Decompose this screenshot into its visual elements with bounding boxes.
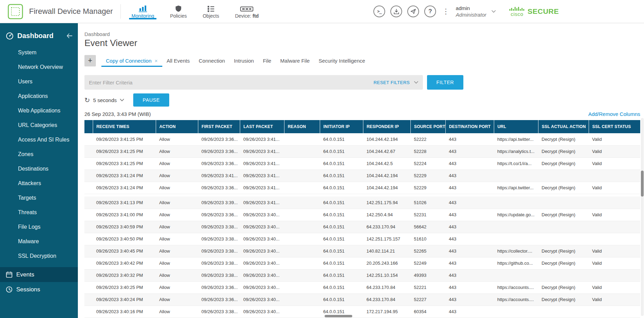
cell: 09/26/2023 3:40:25 PM	[93, 281, 156, 293]
cell: 64.0.0.151	[320, 170, 363, 182]
expand-cell	[84, 197, 93, 209]
col-receive-times: RECEIVE TIMES	[93, 120, 156, 133]
table-row[interactable]: 09/26/2023 3:40:50 PMAllow09/26/2023 3:3…	[84, 233, 640, 245]
cell: 64.0.0.151	[320, 182, 363, 194]
sidebar-item-system[interactable]: System	[0, 45, 78, 60]
help-icon[interactable]: ?	[424, 6, 436, 17]
header-right: >_ ? ⋮ admin Administrator cisco SE	[373, 5, 559, 18]
tab-copy-of-connection[interactable]: Copy of Connection×	[101, 54, 162, 67]
refresh-interval-select[interactable]: 5 seconds	[93, 97, 117, 103]
cell: 09/26/2023 3:40:32 PM	[93, 269, 156, 281]
interval-chevron-down-icon[interactable]	[120, 99, 124, 101]
row-group-gap	[84, 194, 640, 197]
sidebar-item-network-overview[interactable]: Network Overview	[0, 60, 78, 74]
cell	[494, 221, 538, 233]
cell	[284, 170, 320, 182]
table-row[interactable]: 09/26/2023 3:41:24 PMAllow09/26/2023 3:3…	[84, 182, 640, 194]
sidebar-item-attackers[interactable]: Attackers	[0, 176, 78, 191]
tab-malware-file[interactable]: Malware File	[276, 54, 314, 67]
tab-all-events[interactable]: All Events	[162, 54, 194, 67]
table-row[interactable]: 09/26/2023 3:41:24 PMAllow09/26/2023 3:4…	[84, 170, 640, 182]
cell	[589, 269, 640, 281]
pause-button[interactable]: PAUSE	[133, 93, 169, 107]
sidebar-item-label: Sessions	[16, 286, 40, 293]
sidebar-collapse-icon[interactable]	[66, 33, 72, 38]
nav-device-ftd[interactable]: Device: ftd	[227, 0, 266, 23]
sidebar-item-malware[interactable]: Malware	[0, 234, 78, 249]
tab-file[interactable]: File	[258, 54, 276, 67]
sidebar-item-zones[interactable]: Zones	[0, 147, 78, 162]
cell: 60354	[410, 306, 445, 318]
table-row[interactable]: 09/26/2023 3:41:13 PMAllow09/26/2023 3:3…	[84, 197, 640, 209]
nav-policies[interactable]: Policies	[162, 0, 194, 23]
cell: 09/26/2023 3:41:13 PM	[93, 197, 156, 209]
cell: 64.0.0.151	[320, 157, 363, 170]
user-chevron-down-icon[interactable]	[491, 10, 496, 13]
table-row[interactable]: 09/26/2023 3:40:24 PMAllow09/26/2023 3:3…	[84, 293, 640, 306]
table-row[interactable]: 09/26/2023 3:40:16 PMAllow09/26/2023 3:3…	[84, 306, 640, 318]
add-tab-button[interactable]: +	[84, 55, 96, 66]
tab-label: Security Intelligence	[319, 58, 365, 64]
table-row[interactable]: 09/26/2023 3:40:45 PMAllow09/26/2023 3:3…	[84, 245, 640, 257]
horizontal-scrollbar-thumb[interactable]	[325, 315, 352, 317]
add-remove-columns-link[interactable]: Add/Remove Columns	[588, 111, 640, 117]
table-row[interactable]: 09/26/2023 3:41:00 PMAllow09/26/2023 3:3…	[84, 209, 640, 221]
sidebar-item-events[interactable]: Events	[0, 267, 78, 282]
sidebar-item-url-categories[interactable]: URL Categories	[0, 118, 78, 133]
cell: https://analytics.t...	[494, 145, 538, 157]
sidebar-item-threats[interactable]: Threats	[0, 205, 78, 220]
filter-button[interactable]: FILTER	[427, 75, 463, 90]
nav-monitoring[interactable]: Monitoring	[124, 0, 162, 23]
close-tab-icon[interactable]: ×	[155, 58, 158, 64]
deployment-icon[interactable]	[390, 6, 402, 17]
table-row[interactable]: 09/26/2023 3:41:25 PMAllow09/26/2023 3:3…	[84, 133, 640, 145]
tab-security-intelligence[interactable]: Security Intelligence	[314, 54, 370, 67]
cell: 443	[445, 245, 494, 257]
sidebar-item-access-and-si-rules[interactable]: Access And SI Rules	[0, 133, 78, 147]
vertical-scrollbar-thumb[interactable]	[641, 171, 644, 197]
cell: 20.205.243.166	[363, 257, 410, 269]
sidebar-item-destinations[interactable]: Destinations	[0, 162, 78, 176]
vertical-scrollbar[interactable]	[641, 118, 644, 316]
table-row[interactable]: 09/26/2023 3:40:59 PMAllow09/26/2023 3:3…	[84, 221, 640, 233]
cell: Allow	[156, 157, 198, 170]
cell: 52224	[410, 157, 445, 170]
cell: 142.250.4.94	[363, 209, 410, 221]
filter-input[interactable]	[89, 80, 370, 85]
filter-presets-chevron-down-icon[interactable]	[414, 81, 418, 84]
cell: 443	[445, 257, 494, 269]
cell: 104.244.42.194	[363, 182, 410, 194]
table-row[interactable]: 09/26/2023 3:40:32 PMAllow09/26/2023 3:3…	[84, 269, 640, 281]
cell: 09/26/2023 3:40...	[240, 257, 284, 269]
cell: 443	[445, 269, 494, 281]
tab-intrusion[interactable]: Intrusion	[229, 54, 258, 67]
sidebar-item-file-logs[interactable]: File Logs	[0, 220, 78, 234]
sidebar-item-ssl-decryption[interactable]: SSL Decryption	[0, 249, 78, 263]
tasks-icon[interactable]	[407, 6, 419, 17]
cell: 09/26/2023 3:41:24 PM	[93, 182, 156, 194]
reset-filters-link[interactable]: RESET FILTERS	[374, 80, 410, 85]
cell	[589, 221, 640, 233]
objects-icon	[207, 4, 215, 12]
sidebar-item-applications[interactable]: Applications	[0, 89, 78, 103]
sidebar-item-users[interactable]: Users	[0, 74, 78, 89]
refresh-icon[interactable]: ↻	[84, 96, 90, 104]
filter-input-box[interactable]: RESET FILTERS	[84, 75, 423, 90]
table-row[interactable]: 09/26/2023 3:41:25 PMAllow09/26/2023 3:3…	[84, 157, 640, 170]
cli-console-icon[interactable]: >_	[373, 6, 385, 17]
user-menu[interactable]: admin Administrator	[456, 5, 486, 18]
device-icon	[240, 4, 253, 12]
sidebar-item-web-applications[interactable]: Web Applications	[0, 103, 78, 118]
more-options-icon[interactable]: ⋮	[441, 7, 451, 16]
cell	[538, 269, 589, 281]
cell: 09/26/2023 3:39...	[198, 197, 240, 209]
sidebar-item-label: Events	[16, 271, 34, 278]
table-row[interactable]: 09/26/2023 3:40:25 PMAllow09/26/2023 3:3…	[84, 281, 640, 293]
tab-connection[interactable]: Connection	[194, 54, 229, 67]
sidebar-item-sessions[interactable]: Sessions	[0, 282, 78, 297]
col-responder-ip: RESPONDER IP	[363, 120, 410, 133]
table-row[interactable]: 09/26/2023 3:40:42 PMAllow09/26/2023 3:3…	[84, 257, 640, 269]
sidebar-item-targets[interactable]: Targets	[0, 191, 78, 205]
table-row[interactable]: 09/26/2023 3:41:25 PMAllow09/26/2023 3:3…	[84, 145, 640, 157]
nav-objects[interactable]: Objects	[195, 0, 227, 23]
